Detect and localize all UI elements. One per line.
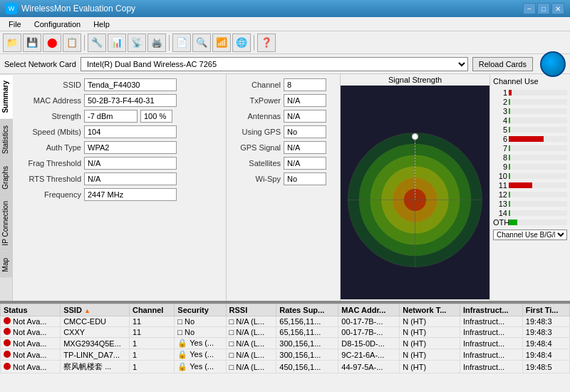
table-header[interactable]: Rates Sup... — [276, 304, 338, 316]
auth-row: Auth Type WPA2 — [17, 141, 222, 154]
channel-number: 7 — [493, 144, 507, 153]
channel-number: 14 — [493, 209, 507, 217]
gps-value: No — [284, 125, 326, 138]
channel-bar — [509, 99, 510, 105]
channel-title: Channel Use — [493, 77, 567, 86]
search-button[interactable]: 🔍 — [192, 33, 211, 52]
maximize-button[interactable]: □ — [537, 3, 550, 14]
menu-configuration[interactable]: Configuration — [28, 19, 86, 30]
channel-number: 13 — [493, 200, 507, 208]
table-cell: 察风帆楼套 ... — [61, 361, 130, 373]
table-header[interactable]: SSID ▲ — [61, 304, 130, 316]
tab-ip-connection[interactable]: IP Connection — [0, 195, 13, 252]
table-header[interactable]: Infrastruct... — [460, 304, 523, 316]
tab-graphs[interactable]: Graphs — [0, 160, 13, 195]
table-cell: 19:48:4 — [522, 349, 569, 361]
copy-button[interactable]: 📋 — [63, 33, 81, 52]
table-cell: 300,156,1... — [276, 338, 338, 349]
table-cell: □ N/A (L... — [226, 327, 276, 338]
print-button[interactable]: 🖨️ — [147, 33, 166, 52]
bottom-area: StatusSSID ▲ChannelSecurityRSSIRates Sup… — [0, 302, 570, 392]
rts-value: N/A — [84, 172, 177, 185]
txpower-value: N/A — [284, 94, 326, 107]
table-row[interactable]: Not Ava...TP-LINK_DA7...1🔒 Yes (...□ N/A… — [1, 349, 570, 361]
status-dot — [4, 339, 11, 346]
signal-button[interactable]: 📶 — [212, 33, 231, 52]
channel-bar — [509, 173, 510, 179]
table-header[interactable]: Network T... — [400, 304, 460, 316]
table-row[interactable]: Not Ava...MXG2934Q5E...1🔒 Yes (...□ N/A … — [1, 338, 570, 349]
table-cell: N (HT) — [400, 316, 460, 327]
table-cell: MXG2934Q5E... — [61, 338, 130, 349]
reload-cards-button[interactable]: Reload Cards — [472, 57, 533, 71]
channel-row: 10 — [493, 172, 567, 180]
channel-bar — [509, 192, 510, 197]
table-header[interactable]: Status — [1, 304, 61, 316]
main-content: Summary Statistics Graphs IP Connection … — [0, 74, 570, 392]
close-button[interactable]: ✕ — [551, 3, 564, 14]
menu-file[interactable]: File — [3, 19, 27, 30]
table-header[interactable]: RSSI — [226, 304, 276, 316]
table-row[interactable]: Not Ava...CMCC-EDU11□ No□ N/A (L...65,15… — [1, 316, 570, 327]
window-title: WirelessMon Evaluation Copy — [21, 4, 135, 14]
page-button[interactable]: 📄 — [172, 33, 191, 52]
table-cell: 11 — [129, 327, 174, 338]
table-cell: CXXY — [61, 327, 130, 338]
table-cell: 19:48:3 — [522, 327, 569, 338]
record-button[interactable]: ⬤ — [43, 33, 61, 52]
channel-number: 6 — [493, 135, 507, 143]
save-button[interactable]: 💾 — [23, 33, 41, 52]
table-header[interactable]: Channel — [129, 304, 174, 316]
tab-summary[interactable]: Summary — [0, 74, 13, 119]
left-info-panel: SSID Tenda_F44030 MAC Address 50-2B-73-F… — [13, 74, 227, 301]
table-header[interactable]: Security — [175, 304, 226, 316]
help-button[interactable]: ❓ — [257, 33, 276, 52]
menu-help[interactable]: Help — [88, 19, 115, 30]
network-card-select[interactable]: Intel(R) Dual Band Wireless-AC 7265 — [81, 57, 468, 71]
satellites-label: Satellites — [231, 159, 281, 167]
channel-bar-wrap — [509, 145, 567, 151]
middle-panel: Channel 8 TxPower N/A Antennas N/A Using… — [227, 74, 341, 301]
txpower-row: TxPower N/A — [231, 94, 336, 107]
channel-number: 12 — [493, 190, 507, 199]
minimize-button[interactable]: − — [523, 3, 536, 14]
table-cell: 19:48:5 — [522, 361, 569, 373]
table-header[interactable]: First Ti... — [522, 304, 569, 316]
ssid-label: SSID — [17, 81, 81, 89]
channel-row: OTH — [493, 218, 567, 227]
table-cell: □ N/A (L... — [226, 361, 276, 373]
network-card-label: Select Network Card — [4, 60, 76, 68]
channel-number: 3 — [493, 107, 507, 115]
satellites-value: N/A — [284, 157, 326, 170]
table-cell: □ N/A (L... — [226, 338, 276, 349]
table-row[interactable]: Not Ava...CXXY11□ No□ N/A (L...65,156,11… — [1, 327, 570, 338]
mac-row: MAC Address 50-2B-73-F4-40-31 — [17, 94, 222, 107]
open-button[interactable]: 📁 — [3, 33, 21, 52]
status-cell: Not Ava... — [1, 327, 61, 338]
tab-statistics[interactable]: Statistics — [0, 119, 13, 160]
tab-map[interactable]: Map — [0, 252, 13, 277]
channel-bar-wrap — [509, 108, 567, 114]
chart-button[interactable]: 📊 — [108, 33, 126, 52]
channel-dropdown[interactable]: Channel Use B/G/NChannel Use A/NChannel … — [493, 229, 567, 240]
settings-button[interactable]: 🔧 — [88, 33, 106, 52]
channel-number: 10 — [493, 172, 507, 180]
table-cell: 9C-21-6A-... — [338, 349, 400, 361]
status-dot — [4, 328, 11, 335]
channel-bars: 1234567891011121314OTH — [493, 88, 567, 227]
channel-row: 7 — [493, 144, 567, 153]
table-cell: Infrastruct... — [460, 316, 523, 327]
table-header[interactable]: MAC Addr... — [338, 304, 400, 316]
channel-bar-wrap — [509, 164, 567, 170]
table-row[interactable]: Not Ava...察风帆楼套 ...1🔒 Yes (...□ N/A (L..… — [1, 361, 570, 373]
channel-number: 8 — [493, 153, 507, 162]
globe-button[interactable]: 🌐 — [232, 33, 251, 52]
separator-2 — [169, 35, 170, 51]
channel-row: Channel 8 — [231, 78, 336, 91]
table-cell: 44-97-5A-... — [338, 361, 400, 373]
channel-bar — [509, 108, 510, 114]
channel-row: 9 — [493, 163, 567, 171]
channel-number: 5 — [493, 125, 507, 134]
antennas-label: Antennas — [231, 112, 281, 120]
antenna-button[interactable]: 📡 — [128, 33, 146, 52]
